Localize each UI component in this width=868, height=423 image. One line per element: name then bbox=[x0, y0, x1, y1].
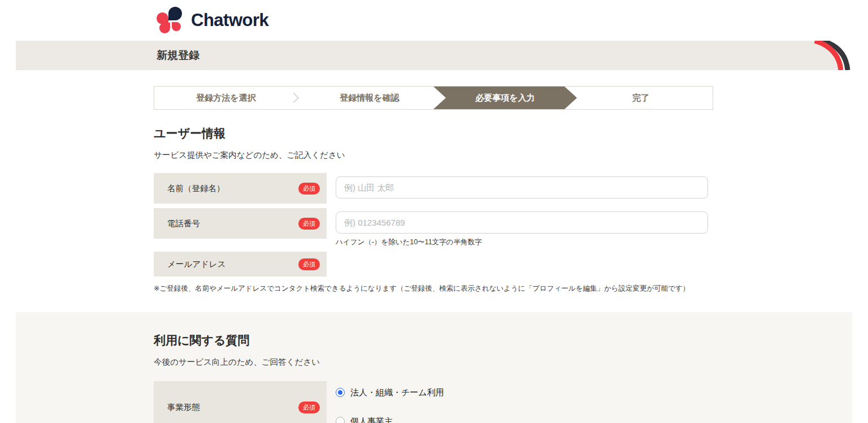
phone-input[interactable] bbox=[336, 212, 708, 234]
progress-stepper: 登録方法を選択 登録情報を確認 必要事項を入力 完了 bbox=[154, 86, 713, 110]
business-type-label: 事業形態 bbox=[167, 402, 298, 413]
business-type-row: 事業形態 必須 法人・組織・チーム利用 個人事業主 bbox=[154, 381, 708, 423]
usage-questions-section: 利用に関する質問 今後のサービス向上のため、ご回答ください 事業形態 必須 法人… bbox=[16, 312, 852, 423]
required-badge: 必須 bbox=[298, 183, 320, 195]
brand-wordmark: Chatwork bbox=[191, 10, 268, 31]
required-badge: 必須 bbox=[298, 258, 320, 270]
chatwork-logo-icon bbox=[157, 7, 184, 34]
step-select-method: 登録方法を選択 bbox=[154, 87, 298, 109]
user-info-subheading: サービス提供やご案内などのため、ご記入ください bbox=[154, 150, 708, 161]
email-row: メールアドレス 必須 bbox=[154, 252, 708, 277]
page-title: 新規登録 bbox=[157, 41, 199, 70]
usage-subheading: 今後のサービス向上のため、ご回答ください bbox=[154, 357, 708, 368]
phone-field-area: ハイフン（-）を除いた10〜11文字の半角数字 bbox=[336, 208, 708, 247]
phone-label: 電話番号 bbox=[167, 218, 298, 229]
email-label-cell: メールアドレス 必須 bbox=[154, 252, 327, 277]
radio-option-label: 個人事業主 bbox=[350, 416, 393, 423]
radio-option-sole-proprietor[interactable]: 個人事業主 bbox=[336, 415, 708, 423]
user-info-section: ユーザー情報 サービス提供やご案内などのため、ご記入ください 名前（登録名） 必… bbox=[154, 126, 708, 293]
brand-header: Chatwork bbox=[157, 5, 268, 36]
logo-petal bbox=[159, 23, 170, 33]
step-complete: 完了 bbox=[569, 87, 713, 109]
decorative-swoosh bbox=[789, 41, 852, 70]
name-input[interactable] bbox=[336, 176, 708, 198]
radio-button-icon[interactable] bbox=[336, 417, 345, 423]
logo-petal bbox=[172, 22, 181, 31]
name-label: 名前（登録名） bbox=[167, 183, 298, 194]
user-info-form: 名前（登録名） 必須 電話番号 必須 ハイフン（-）を除いた10〜11文字の半角… bbox=[154, 173, 708, 293]
signup-page: Chatwork 新規登録 登録方法を選択 登録情報を確認 必要事項を入力 完了… bbox=[0, 0, 868, 423]
step-confirm-info: 登録情報を確認 bbox=[298, 87, 441, 109]
phone-row: 電話番号 必須 ハイフン（-）を除いた10〜11文字の半角数字 bbox=[154, 208, 708, 247]
logo-petal bbox=[168, 7, 182, 20]
required-badge: 必須 bbox=[298, 402, 320, 413]
name-field-area bbox=[336, 173, 708, 198]
page-title-bar: 新規登録 bbox=[16, 41, 852, 70]
email-value-area bbox=[336, 252, 708, 255]
user-info-heading: ユーザー情報 bbox=[154, 126, 708, 141]
business-type-label-cell: 事業形態 必須 bbox=[154, 381, 327, 423]
radio-button-icon[interactable] bbox=[336, 388, 345, 397]
search-visibility-note: ※ご登録後、名前やメールアドレスでコンタクト検索できるようになります（ご登録後、… bbox=[154, 284, 708, 293]
usage-heading: 利用に関する質問 bbox=[154, 333, 708, 348]
required-badge: 必須 bbox=[298, 218, 320, 230]
business-type-options: 法人・組織・チーム利用 個人事業主 bbox=[336, 381, 708, 423]
phone-helper-text: ハイフン（-）を除いた10〜11文字の半角数字 bbox=[336, 238, 708, 247]
radio-option-label: 法人・組織・チーム利用 bbox=[350, 387, 444, 398]
phone-label-cell: 電話番号 必須 bbox=[154, 208, 327, 239]
email-label: メールアドレス bbox=[167, 259, 298, 270]
step-enter-details: 必要事項を入力 bbox=[433, 87, 577, 109]
radio-option-corporate[interactable]: 法人・組織・チーム利用 bbox=[336, 386, 708, 399]
name-row: 名前（登録名） 必須 bbox=[154, 173, 708, 204]
name-label-cell: 名前（登録名） 必須 bbox=[154, 173, 327, 204]
